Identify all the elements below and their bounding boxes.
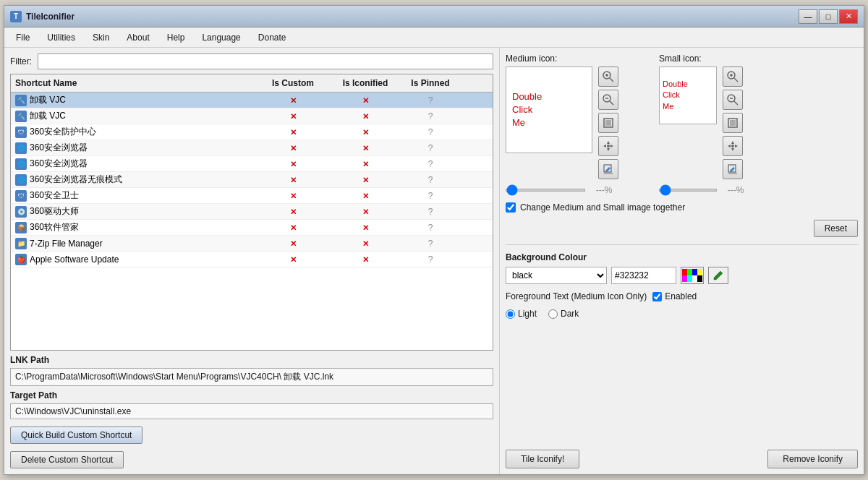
remove-iconify-button[interactable]: Remove Iconify [767,450,858,468]
medium-preview-wrapper: DoubleClickMe [506,67,618,179]
titlebar: T TileIconifier — □ ✕ [4,6,864,27]
medium-icon-canvas[interactable]: DoubleClickMe [506,67,592,153]
shortcut-list-container: Shortcut Name Is Custom Is Iconified Is … [10,74,493,351]
bg-colour-label: Background Colour [506,252,858,262]
small-slider-label: ---% [721,185,750,195]
small-icon-section: Small icon: DoubleClickMe [659,53,750,195]
filter-label: Filter: [10,56,32,67]
menubar: File Utilities Skin About Help Language … [4,27,864,48]
list-item[interactable]: 🛡360安全卫士 ✕ ✕ ? [11,188,493,204]
header-shortcut-name: Shortcut Name [11,77,257,90]
section-divider [506,244,858,245]
delete-custom-button[interactable]: Delete Custom Shortcut [10,451,124,468]
svg-line-5 [610,101,613,105]
menu-utilities[interactable]: Utilities [38,30,84,46]
reset-row: Reset [506,220,858,237]
reset-button[interactable]: Reset [814,220,858,237]
menu-about[interactable]: About [118,30,158,46]
tile-iconify-button[interactable]: Tile Iconify! [506,450,579,468]
window-title: TileIconifier [26,12,799,22]
list-item[interactable]: 🔧卸载 VJC ✕ ✕ ? [11,108,493,124]
medium-icon-controls [598,67,618,179]
row-name: 7-Zip File Manager [30,239,103,249]
list-item[interactable]: 💿360驱动大师 ✕ ✕ ? [11,204,493,220]
small-zoom-in-button[interactable] [723,67,743,87]
small-slider[interactable] [659,189,717,192]
row-custom: ✕ [257,126,329,139]
zoom-in-icon [603,71,614,82]
list-item[interactable]: 📦360软件管家 ✕ ✕ ? [11,220,493,236]
medium-zoom-out-button[interactable] [598,90,618,110]
menu-help[interactable]: Help [158,30,194,46]
pencil-button[interactable] [708,267,728,284]
small-move-button[interactable] [723,136,743,156]
menu-skin[interactable]: Skin [84,30,118,46]
header-is-custom: Is Custom [257,77,329,90]
row-custom: ✕ [257,94,329,107]
medium-icon-label: Medium icon: [506,53,618,64]
enabled-checkbox-row: Enabled [652,291,697,301]
row-icon: 💿 [15,206,27,218]
row-pinned: ? [401,205,459,218]
fg-text-label: Foreground Text (Medium Icon Only) [506,291,647,301]
close-button[interactable]: ✕ [839,9,858,24]
medium-zoom-in-button[interactable] [598,67,618,87]
row-name: 360安全浏览器 [30,142,88,154]
fg-enabled-checkbox[interactable] [652,292,662,301]
small-zoom-out-button[interactable] [723,90,743,110]
svg-marker-9 [607,141,610,144]
row-iconified: ✕ [329,110,401,123]
menu-file[interactable]: File [7,30,38,46]
list-item[interactable]: 🛡360安全防护中心 ✕ ✕ ? [11,124,493,140]
pencil-icon [713,270,723,280]
icon-previews: Medium icon: DoubleClickMe [506,53,858,195]
row-icon: 🍎 [15,254,27,265]
row-pinned: ? [401,126,459,139]
svg-point-29 [731,145,734,147]
row-iconified: ✕ [329,253,401,266]
minimize-button[interactable]: — [799,9,817,24]
dark-radio-label: Dark [561,309,579,319]
dark-radio[interactable] [548,309,558,319]
list-item[interactable]: 🌐360安全浏览器无痕模式 ✕ ✕ ? [11,172,493,188]
list-item[interactable]: 🔧卸载 VJC ✕ ✕ ? [11,93,493,108]
colour-select[interactable]: black white custom [506,267,607,284]
zoom-out-icon [603,94,614,106]
medium-slider[interactable] [506,189,585,192]
medium-fit-button[interactable] [598,113,618,133]
small-slider-row: ---% [659,185,750,195]
light-radio[interactable] [506,309,515,319]
change-together-checkbox[interactable] [506,202,516,213]
medium-move-button[interactable] [598,136,618,156]
list-item[interactable]: 🌐360安全浏览器 ✕ ✕ ? [11,140,493,156]
medium-slider-row: ---% [506,185,618,195]
colour-hex-input[interactable] [611,267,676,284]
row-custom: ✕ [257,221,329,234]
radio-row: Light Dark [506,309,858,319]
filter-input[interactable] [38,53,493,69]
menu-language[interactable]: Language [193,30,249,46]
row-icon: 🛡 [15,127,27,138]
small-fit-button[interactable] [723,113,743,133]
small-icon-canvas[interactable]: DoubleClickMe [659,67,717,124]
menu-donate[interactable]: Donate [250,30,295,46]
shortcut-list-body[interactable]: 🔧卸载 VJC ✕ ✕ ? 🔧卸载 VJC ✕ ✕ ? 🛡360安全防护中心 ✕ [11,93,493,350]
list-item[interactable]: 🍎Apple Software Update ✕ ✕ ? [11,252,493,267]
change-together-label: Change Medium and Small image together [520,202,685,213]
target-path-value: C:\Windows\VJC\uninstall.exe [10,403,493,419]
maximize-button[interactable]: □ [819,9,838,24]
change-together-row: Change Medium and Small image together [506,202,858,213]
medium-edit-button[interactable] [598,159,618,179]
row-pinned: ? [401,253,459,266]
list-item[interactable]: 📁7-Zip File Manager ✕ ✕ ? [11,236,493,252]
list-item[interactable]: 🌐360安全浏览器 ✕ ✕ ? [11,156,493,172]
move-icon [603,140,614,152]
small-edit-button[interactable] [723,159,743,179]
dark-radio-option: Dark [548,309,579,319]
quick-build-button[interactable]: Quick Build Custom Shortcut [10,427,142,444]
row-icon: 📦 [15,222,27,233]
small-dbl-click-text: DoubleClickMe [660,76,691,115]
colour-picker-button[interactable] [681,267,704,284]
svg-marker-10 [607,148,610,151]
header-is-iconified: Is Iconified [329,77,401,90]
